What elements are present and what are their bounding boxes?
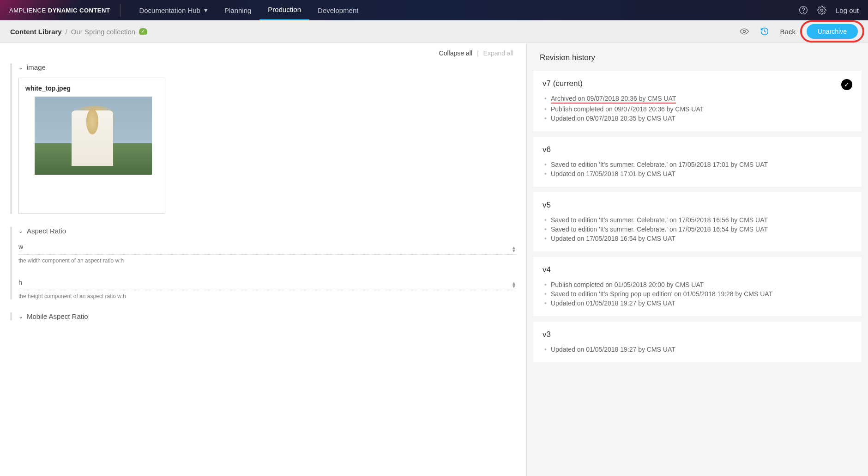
- revision-entry: Archived on 09/07/2018 20:36 by CMS UAT: [542, 94, 852, 104]
- chevron-down-icon: ⌄: [18, 313, 23, 320]
- revision-version: v5: [542, 201, 852, 210]
- height-label: h: [18, 279, 512, 286]
- revision-version: v3: [542, 330, 852, 339]
- revision-entry: Updated on 17/05/2018 17:01 by CMS UAT: [542, 169, 852, 178]
- revision-entry: Saved to edition 'It's summer. Celebrate…: [542, 215, 852, 225]
- collapse-all[interactable]: Collapse all: [439, 49, 472, 57]
- breadcrumb-leaf: Our Spring collection: [71, 28, 135, 36]
- width-hint: the width component of an aspect ratio w…: [18, 257, 516, 264]
- width-input[interactable]: w ▲▼: [18, 241, 516, 255]
- section-mobile-aspect-label: Mobile Aspect Ratio: [27, 312, 88, 320]
- logout-link[interactable]: Log out: [836, 6, 859, 14]
- back-link[interactable]: Back: [780, 28, 796, 36]
- gear-icon[interactable]: [817, 6, 826, 15]
- help-icon[interactable]: [799, 6, 808, 15]
- nav-planning[interactable]: Planning: [216, 0, 259, 20]
- revision-entries: Saved to edition 'It's summer. Celebrate…: [542, 215, 852, 243]
- preview-eye-icon[interactable]: [740, 27, 749, 36]
- breadcrumb-root[interactable]: Content Library: [10, 28, 62, 36]
- published-cloud-icon: [139, 28, 147, 35]
- image-filename: white_top.jpeg: [25, 85, 158, 92]
- expand-all: Expand all: [483, 49, 513, 57]
- unarchive-button[interactable]: Unarchive: [807, 24, 858, 39]
- section-aspect-label: Aspect Ratio: [27, 227, 66, 235]
- image-card[interactable]: white_top.jpeg: [18, 78, 165, 214]
- revision-card[interactable]: v4Publish completed on 01/05/2018 20:00 …: [533, 257, 862, 316]
- revision-version: v6: [542, 145, 852, 154]
- image-thumbnail: [35, 97, 152, 175]
- nav-development[interactable]: Development: [309, 0, 367, 20]
- revision-list: v7 (current)✓Archived on 09/07/2018 20:3…: [527, 71, 868, 362]
- number-stepper-icon[interactable]: ▲▼: [512, 246, 516, 252]
- section-image: ⌄ image white_top.jpeg: [10, 63, 516, 214]
- number-stepper-icon[interactable]: ▲▼: [512, 281, 516, 288]
- height-hint: the height component of an aspect ratio …: [18, 293, 516, 299]
- revision-entry: Saved to edition 'It's summer. Celebrate…: [542, 160, 852, 169]
- subheader: Content Library / Our Spring collection …: [0, 20, 868, 43]
- breadcrumb-sep: /: [66, 28, 67, 36]
- section-aspect-head[interactable]: ⌄ Aspect Ratio: [18, 227, 516, 235]
- height-input[interactable]: h ▲▼: [18, 277, 516, 290]
- pane-actions: Collapse all | Expand all: [10, 49, 516, 57]
- brand-light: AMPLIENCE: [9, 7, 46, 14]
- revision-pane: Revision history v7 (current)✓Archived o…: [526, 43, 868, 476]
- brand-bold: DYNAMIC CONTENT: [48, 7, 110, 14]
- revision-entry: Publish completed on 09/07/2018 20:36 by…: [542, 104, 852, 114]
- revision-version: v4: [542, 265, 852, 275]
- editor-pane: Collapse all | Expand all ⌄ image white_…: [0, 43, 526, 476]
- revision-entry: Publish completed on 01/05/2018 20:00 by…: [542, 280, 852, 289]
- revision-entry: Updated on 01/05/2018 19:27 by CMS UAT: [542, 299, 852, 308]
- field-height: h ▲▼ the height component of an aspect r…: [18, 277, 516, 299]
- svg-point-3: [743, 31, 745, 33]
- top-nav: AMPLIENCE DYNAMIC CONTENT Documentation …: [0, 0, 868, 20]
- nav-divider: [120, 4, 121, 17]
- breadcrumb: Content Library / Our Spring collection: [10, 28, 147, 36]
- nav-doc-label: Documentation Hub: [139, 6, 200, 14]
- actions-sep: |: [477, 49, 479, 57]
- chevron-down-icon: ⌄: [18, 64, 23, 71]
- nav-documentation-hub[interactable]: Documentation Hub ▾: [131, 0, 216, 20]
- svg-point-1: [803, 12, 803, 12]
- revision-entries: Saved to edition 'It's summer. Celebrate…: [542, 160, 852, 178]
- revision-card[interactable]: v7 (current)✓Archived on 09/07/2018 20:3…: [533, 71, 862, 131]
- chevron-down-icon: ⌄: [18, 228, 23, 234]
- section-image-head[interactable]: ⌄ image: [18, 63, 516, 71]
- revision-entry: Saved to edition 'It's summer. Celebrate…: [542, 225, 852, 234]
- brand-logo: AMPLIENCE DYNAMIC CONTENT: [9, 7, 110, 14]
- revision-entry: Updated on 01/05/2018 19:27 by CMS UAT: [542, 345, 852, 354]
- section-image-label: image: [27, 63, 46, 71]
- revision-card[interactable]: v5Saved to edition 'It's summer. Celebra…: [533, 192, 862, 251]
- revision-card[interactable]: v6Saved to edition 'It's summer. Celebra…: [533, 137, 862, 187]
- section-aspect-ratio: ⌄ Aspect Ratio w ▲▼ the width component …: [10, 227, 516, 299]
- revision-card[interactable]: v3Updated on 01/05/2018 19:27 by CMS UAT: [533, 322, 862, 362]
- field-width: w ▲▼ the width component of an aspect ra…: [18, 241, 516, 264]
- revision-entries: Archived on 09/07/2018 20:36 by CMS UATP…: [542, 94, 852, 123]
- main: Collapse all | Expand all ⌄ image white_…: [0, 43, 868, 476]
- nav-production[interactable]: Production: [259, 0, 309, 20]
- revision-version: v7 (current): [542, 79, 852, 88]
- svg-point-2: [820, 9, 823, 12]
- revision-entries: Publish completed on 01/05/2018 20:00 by…: [542, 280, 852, 308]
- revision-entries: Updated on 01/05/2018 19:27 by CMS UAT: [542, 345, 852, 354]
- chevron-down-icon: ▾: [204, 6, 208, 14]
- width-label: w: [18, 243, 512, 250]
- revision-entry: Saved to edition 'It's Spring pop up edi…: [542, 289, 852, 299]
- history-clock-icon[interactable]: [760, 27, 769, 36]
- revision-history-title: Revision history: [527, 49, 868, 71]
- revision-entry: Updated on 09/07/2018 20:35 by CMS UAT: [542, 114, 852, 123]
- revision-entry: Updated on 17/05/2018 16:54 by CMS UAT: [542, 234, 852, 243]
- check-circle-icon: ✓: [841, 79, 852, 90]
- section-mobile-aspect-head[interactable]: ⌄ Mobile Aspect Ratio: [18, 312, 516, 320]
- section-mobile-aspect-ratio: ⌄ Mobile Aspect Ratio: [10, 312, 516, 320]
